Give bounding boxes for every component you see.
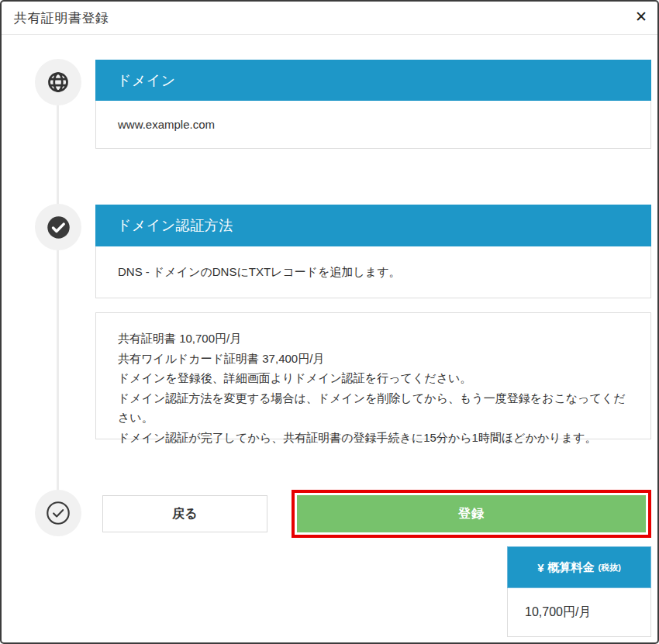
info-line: 共有ワイルドカード証明書 37,400円/月 (118, 349, 629, 369)
pricing-info-box: 共有証明書 10,700円/月 共有ワイルドカード証明書 37,400円/月 ド… (95, 312, 651, 439)
back-button[interactable]: 戻る (102, 495, 267, 532)
auth-method-value: DNS - ドメインのDNSにTXTレコードを追加します。 (95, 246, 651, 298)
stepper-connector-line (57, 82, 59, 513)
domain-panel-header: ドメイン (95, 60, 651, 101)
close-icon: ✕ (635, 9, 647, 25)
info-line: ドメイン認証が完了してから、共有証明書の登録手続きに15分から1時間ほどかかりま… (118, 428, 629, 448)
register-button[interactable]: 登録 (297, 495, 646, 532)
estimated-price-panel: ¥ 概算料金 (税抜) 10,700円/月 (507, 546, 651, 637)
tax-excluded-note: (税抜) (599, 562, 621, 573)
step-domain-indicator (35, 59, 81, 105)
shared-certificate-registration-dialog: 共有証明書登録 ✕ (0, 0, 659, 644)
estimated-price-amount: 10,700円/月 (507, 588, 651, 637)
info-line: ドメイン認証方法を変更する場合は、ドメインを削除してから、もう一度登録をおこなっ… (118, 388, 629, 428)
register-button-highlight: 登録 (292, 490, 651, 538)
estimated-price-title: 概算料金 (548, 560, 595, 575)
yen-icon: ¥ (537, 561, 543, 574)
check-outline-icon (46, 501, 71, 525)
globe-icon (47, 71, 70, 94)
step-confirm-indicator (35, 490, 81, 536)
info-line: ドメインを登録後、詳細画面よりドメイン認証を行ってください。 (118, 368, 629, 388)
step-auth-method-indicator (35, 204, 81, 250)
estimated-price-header: ¥ 概算料金 (税抜) (507, 546, 651, 588)
header-divider (2, 34, 657, 35)
check-filled-icon (47, 215, 71, 239)
auth-method-panel-header: ドメイン認証方法 (95, 205, 651, 246)
auth-method-panel: ドメイン認証方法 DNS - ドメインのDNSにTXTレコードを追加します。 (95, 205, 651, 298)
domain-value: www.example.com (95, 101, 651, 149)
close-button[interactable]: ✕ (635, 6, 647, 28)
info-line: 共有証明書 10,700円/月 (118, 329, 629, 349)
domain-panel: ドメイン www.example.com (95, 60, 651, 149)
page-title: 共有証明書登録 (14, 9, 109, 27)
